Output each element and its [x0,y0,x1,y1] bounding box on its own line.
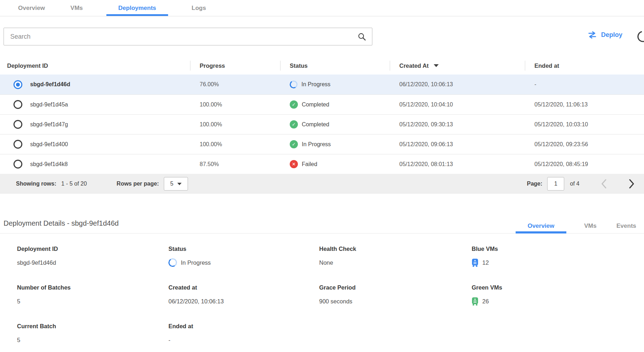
status-cell: ✓ Completed [280,100,390,109]
rows-per-page-label: Rows per page: [117,181,159,187]
detail-field-value: - [168,337,171,343]
detail-field-label: Blue VMs [472,246,644,252]
detail-field-value: 5 [17,298,20,305]
tab-overview[interactable]: Overview [16,0,47,16]
table-row[interactable]: sbgd-9ef1d46d 76.00% In Progress 06/12/2… [0,75,644,94]
tab-label: Deployments [118,5,156,12]
row-radio[interactable] [13,120,22,129]
deployment-id-cell: sbgd-9ef1d400 [30,141,68,148]
detail-field-grace-period: Grace Period 900 seconds [319,284,472,306]
details-tab-events[interactable]: Events [614,222,638,233]
completed-check-icon: ✓ [290,100,298,109]
created-at-cell: 06/12/2020, 10:06:13 [390,81,525,88]
deploy-button-label: Deploy [601,31,622,39]
deployment-id-cell: sbgd-9ef1d45a [30,101,68,108]
in-progress-spinner-icon [289,80,298,89]
detail-field-value: 5 [17,337,20,343]
column-header-created-at[interactable]: Created At [390,57,525,75]
rows-per-page-value: 5 [170,181,173,187]
detail-field-current-batch: Current Batch 5 [17,323,168,345]
ended-at-cell: 05/12/2020, 08:45:19 [525,161,644,167]
detail-field-value: 900 seconds [319,298,352,305]
tab-label: Events [616,222,636,230]
detail-field-label: Status [168,246,319,252]
table-row[interactable]: sbgd-9ef1d47g 100.00% ✓ Completed 05/12/… [0,114,644,134]
tab-label: VMs [584,222,596,230]
created-at-cell: 05/12/2020, 09:30:13 [390,121,525,128]
detail-field-label: Grace Period [319,284,472,291]
vm-blue-icon [472,258,478,267]
search-box[interactable] [4,28,372,45]
detail-field-ended-at: Ended at - [168,323,319,345]
column-header-deployment-id: Deployment ID [0,57,190,75]
detail-field-label: Number of Batches [17,284,168,291]
showing-rows-label: Showing rows: [16,181,56,187]
deployment-id-cell: sbgd-9ef1d47g [30,121,68,128]
completed-check-icon: ✓ [290,120,298,128]
detail-field-value: sbgd-9ef1d46d [17,259,56,266]
detail-field-blue-vms: Blue VMs 12 [472,246,644,267]
detail-field-label: Green VMs [472,284,644,291]
deploy-button[interactable]: Deploy [587,31,622,39]
progress-cell: 100.00% [190,121,280,128]
column-header-ended-at: Ended at [525,57,644,75]
table-row[interactable]: sbgd-9ef1d4k8 87.50% ✕ Failed 05/12/2020… [0,154,644,174]
refresh-icon[interactable] [636,29,644,45]
details-tab-bar: OverviewVMsEvents [516,222,644,233]
row-radio[interactable] [13,160,22,169]
column-header-progress: Progress [190,57,280,75]
search-icon [357,32,366,41]
detail-field-deployment-id: Deployment ID sbgd-9ef1d46d [17,246,168,267]
table-header-row: Deployment ID Progress Status Created At… [0,57,644,75]
rows-per-page-select[interactable]: 5 [164,177,188,191]
progress-cell: 87.50% [190,161,280,167]
details-tab-overview[interactable]: Overview [516,222,567,233]
tab-label: VMs [71,5,83,12]
sort-descending-icon [434,64,439,67]
row-radio[interactable] [13,140,22,149]
deployment-id-cell: sbgd-9ef1d46d [30,81,70,88]
detail-field-label: Health Check [319,246,472,252]
status-cell: ✓ In Progress [280,140,390,148]
created-at-cell: 05/12/2020, 10:04:10 [390,101,525,108]
status-label: Failed [302,161,317,167]
spinner-icon [168,258,178,268]
tab-logs[interactable]: Logs [189,0,208,16]
ended-at-cell: - [525,81,644,88]
completed-check-icon: ✓ [290,140,298,148]
status-label: Completed [302,121,329,128]
tab-vms[interactable]: VMs [68,0,85,16]
progress-cell: 100.00% [190,141,280,148]
previous-page-button[interactable] [600,179,608,189]
detail-field-value: In Progress [181,259,211,266]
details-title: Deployment Details - sbgd-9ef1d46d [4,219,119,227]
details-tab-vms[interactable]: VMs [582,222,599,233]
row-radio[interactable] [13,100,22,109]
status-label: In Progress [301,81,331,88]
detail-field-value: 06/12/2020, 10:06:13 [168,298,224,305]
column-header-status: Status [280,57,390,75]
ended-at-cell: 05/12/2020, 10:03:10 [525,121,644,128]
details-fields: Deployment ID sbgd-9ef1d46d Status In Pr… [0,233,644,345]
toolbar: Deploy [0,28,644,45]
swap-arrows-icon [587,31,597,39]
table-row[interactable]: sbgd-9ef1d400 100.00% ✓ In Progress 05/1… [0,134,644,154]
table-footer: Showing rows: 1 - 5 of 20 Rows per page:… [0,174,644,194]
detail-field-green-vms: Green VMs 26 [472,284,644,306]
table-row[interactable]: sbgd-9ef1d45a 100.00% ✓ Completed 05/12/… [0,94,644,114]
created-at-cell: 05/12/2020, 09:06:13 [390,141,525,148]
next-page-button[interactable] [628,179,635,189]
tab-label: Overview [528,222,555,230]
deployments-page: OverviewVMsDeploymentsLogs Deploy Deploy… [0,0,644,352]
tab-deployments[interactable]: Deployments [106,0,168,16]
chevron-down-icon [177,183,182,185]
detail-field-health-check: Health Check None [319,246,472,267]
progress-cell: 100.00% [190,101,280,108]
row-radio[interactable] [13,80,22,89]
showing-rows-value: 1 - 5 of 20 [61,181,87,187]
status-cell: ✓ Completed [280,120,390,128]
search-input[interactable] [4,33,357,40]
page-input[interactable] [547,177,564,191]
detail-field-status: Status In Progress [168,246,319,267]
detail-field-created-at: Created at 06/12/2020, 10:06:13 [168,284,319,306]
